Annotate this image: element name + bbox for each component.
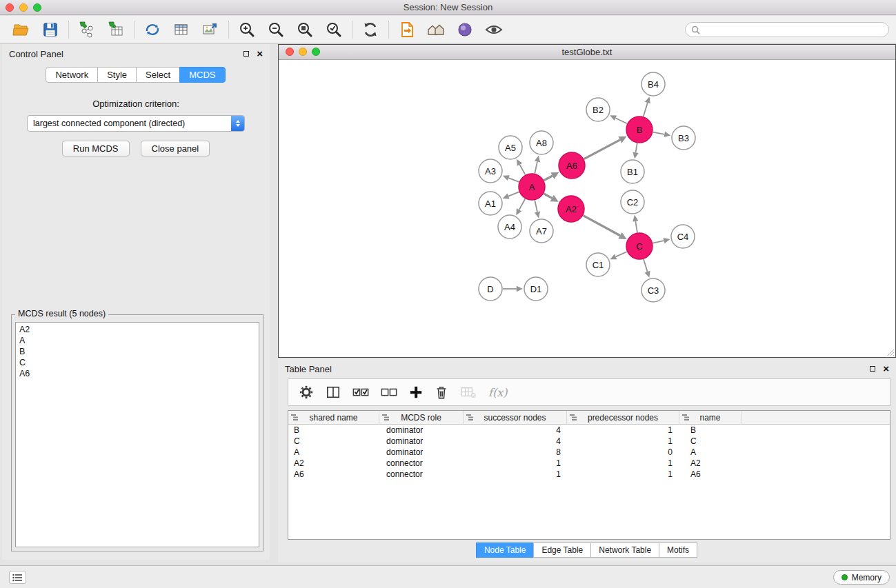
mcds-result-item[interactable]: C xyxy=(19,357,255,368)
network-node-A7[interactable]: A7 xyxy=(530,219,553,243)
network-edge-C-C4[interactable] xyxy=(653,241,664,243)
mcds-result-item[interactable]: A xyxy=(19,335,255,346)
tab-motifs[interactable]: Motifs xyxy=(659,543,697,558)
network-graph[interactable]: B4B2BB3A5A8A6A3B1AA1C2A2A4A7C4CC1DD1C3 xyxy=(279,60,895,357)
tab-edge-table[interactable]: Edge Table xyxy=(533,543,591,558)
network-edge-A-A4[interactable] xyxy=(519,199,526,210)
mcds-result-list[interactable]: A2ABCA6 xyxy=(15,322,259,547)
network-edge-B-B4[interactable] xyxy=(644,103,648,116)
network-edge-A-A3[interactable] xyxy=(508,178,519,182)
tab-select[interactable]: Select xyxy=(136,67,180,83)
minimize-network-window-button[interactable] xyxy=(299,48,307,56)
select-columns-button[interactable] xyxy=(326,385,341,399)
column-header-shared-name[interactable]: shared name xyxy=(288,411,379,424)
network-edge-A-A6[interactable] xyxy=(544,176,552,181)
network-node-C3[interactable]: C3 xyxy=(641,278,665,302)
column-header-predecessor-nodes[interactable]: predecessor nodes xyxy=(567,411,679,424)
resize-grip-icon[interactable] xyxy=(886,347,895,356)
network-node-A1[interactable]: A1 xyxy=(479,192,502,215)
mcds-result-item[interactable]: B xyxy=(19,346,255,357)
search-input[interactable] xyxy=(704,24,883,35)
table-row[interactable]: Bdominator41B xyxy=(288,425,890,436)
style-brush-button[interactable] xyxy=(450,18,479,41)
table-row[interactable]: Adominator80A xyxy=(288,447,890,458)
export-image-button[interactable] xyxy=(196,18,225,41)
network-edge-A-A7[interactable] xyxy=(535,201,537,212)
network-node-A3[interactable]: A3 xyxy=(479,159,502,183)
zoom-in-button[interactable] xyxy=(232,18,261,41)
network-edge-C-C2[interactable] xyxy=(635,221,637,232)
network-node-B4[interactable]: B4 xyxy=(641,72,665,96)
tab-network[interactable]: Network xyxy=(46,67,98,83)
network-node-C2[interactable]: C2 xyxy=(621,190,644,214)
network-edge-A2-C[interactable] xyxy=(584,216,620,236)
home-button[interactable] xyxy=(421,18,450,41)
close-window-button[interactable] xyxy=(6,3,14,12)
network-node-B2[interactable]: B2 xyxy=(586,98,610,121)
dropdown-stepper-icon[interactable] xyxy=(231,116,244,131)
network-node-A8[interactable]: A8 xyxy=(530,131,553,154)
mcds-result-item[interactable]: A2 xyxy=(19,324,255,335)
column-header-mcds-role[interactable]: MCDS role xyxy=(379,411,464,424)
table-row[interactable]: Cdominator41C xyxy=(288,436,890,447)
close-table-panel-icon[interactable]: × xyxy=(883,365,889,372)
show-hide-button[interactable] xyxy=(479,18,508,41)
delete-column-button[interactable] xyxy=(435,385,448,400)
column-header-successor-nodes[interactable]: successor nodes xyxy=(464,411,567,424)
network-edge-A-A8[interactable] xyxy=(535,162,537,174)
table-row[interactable]: A6connector11A6 xyxy=(288,469,890,480)
network-node-A2[interactable]: A2 xyxy=(558,196,584,222)
float-panel-icon[interactable] xyxy=(243,51,249,57)
close-panel-icon[interactable]: × xyxy=(257,50,263,57)
network-edge-A-A5[interactable] xyxy=(519,165,525,175)
network-node-C[interactable]: C xyxy=(626,233,653,259)
minimize-window-button[interactable] xyxy=(19,3,28,12)
network-node-B3[interactable]: B3 xyxy=(672,126,695,150)
network-node-A5[interactable]: A5 xyxy=(499,136,522,159)
table-row[interactable]: A2connector11A2 xyxy=(288,458,890,469)
close-network-window-button[interactable] xyxy=(286,48,294,56)
network-node-C4[interactable]: C4 xyxy=(671,225,695,248)
open-session-button[interactable] xyxy=(7,18,36,41)
network-edge-A-A1[interactable] xyxy=(508,192,519,196)
network-node-D[interactable]: D xyxy=(479,277,502,301)
zoom-selected-button[interactable] xyxy=(319,18,348,41)
zoom-window-button[interactable] xyxy=(33,3,41,12)
network-node-B[interactable]: B xyxy=(626,116,653,143)
optimization-criterion-dropdown[interactable]: largest connected component (directed) xyxy=(27,115,245,132)
tab-mcds[interactable]: MCDS xyxy=(179,67,225,83)
open-document-button[interactable] xyxy=(392,18,421,41)
network-node-A6[interactable]: A6 xyxy=(559,152,585,179)
run-mcds-button[interactable]: Run MCDS xyxy=(62,141,130,156)
mcds-result-item[interactable]: A6 xyxy=(19,368,255,379)
close-panel-button[interactable]: Close panel xyxy=(141,141,210,156)
add-column-button[interactable] xyxy=(409,385,423,399)
network-tools-button[interactable] xyxy=(138,18,167,41)
network-node-A[interactable]: A xyxy=(519,174,545,200)
apply-layout-button[interactable] xyxy=(356,18,385,41)
network-node-A4[interactable]: A4 xyxy=(498,215,521,239)
save-session-button[interactable] xyxy=(36,18,65,41)
network-node-C1[interactable]: C1 xyxy=(586,253,610,276)
network-edge-A-A2[interactable] xyxy=(544,194,552,199)
zoom-fit-button[interactable] xyxy=(290,18,319,41)
deselect-all-rows-button[interactable] xyxy=(381,386,397,398)
network-node-B1[interactable]: B1 xyxy=(621,160,644,183)
network-edge-C-C3[interactable] xyxy=(644,259,648,272)
zoom-out-button[interactable] xyxy=(261,18,290,41)
network-node-D1[interactable]: D1 xyxy=(524,277,548,301)
network-canvas[interactable]: B4B2BB3A5A8A6A3B1AA1C2A2A4A7C4CC1DD1C3 xyxy=(279,60,895,357)
table-settings-button[interactable] xyxy=(299,385,314,400)
float-table-panel-icon[interactable] xyxy=(870,366,875,372)
tab-node-table[interactable]: Node Table xyxy=(476,543,535,558)
tab-style[interactable]: Style xyxy=(97,67,137,83)
import-table-button[interactable] xyxy=(101,18,130,41)
network-edge-B-B2[interactable] xyxy=(615,118,627,123)
select-all-rows-button[interactable] xyxy=(352,386,369,398)
network-edge-A6-B[interactable] xyxy=(584,140,620,159)
zoom-network-window-button[interactable] xyxy=(312,48,320,56)
network-edge-B-B1[interactable] xyxy=(636,143,637,152)
memory-button[interactable]: Memory xyxy=(833,570,890,585)
tab-network-table[interactable]: Network Table xyxy=(590,543,659,558)
column-header-name[interactable]: name xyxy=(679,411,741,424)
